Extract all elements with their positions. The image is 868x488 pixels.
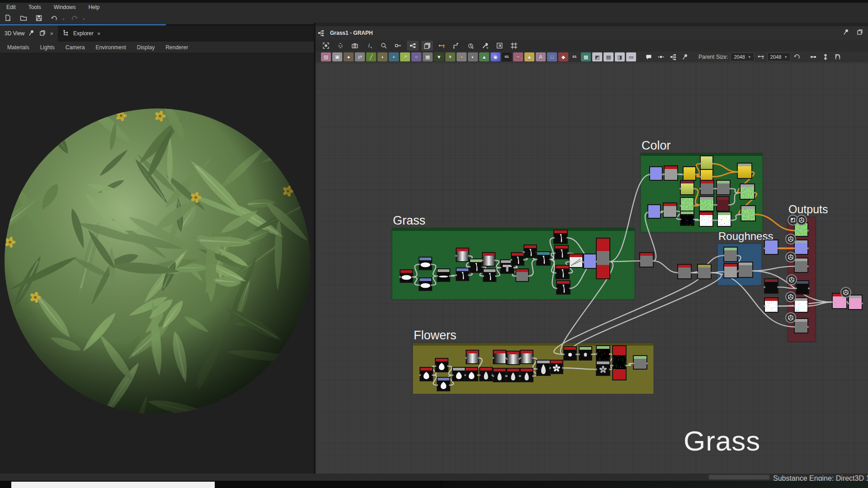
connector-icon[interactable]: [450, 41, 462, 51]
node-f11[interactable]: [506, 368, 520, 382]
node-tile-gradient-map[interactable]: ◐: [468, 52, 478, 61]
node-g14[interactable]: [536, 252, 551, 265]
node-g9[interactable]: [482, 269, 497, 282]
view-menu-lights[interactable]: Lights: [40, 44, 55, 51]
pin-icon[interactable]: [843, 28, 850, 38]
graph-canvas[interactable]: Grass Flowers Color Roughness Outputs Gr…: [316, 62, 868, 474]
node-tile-svg[interactable]: ▣: [332, 52, 342, 61]
node-f1[interactable]: [419, 367, 434, 381]
node-tile-height-blend[interactable]: ▼: [434, 52, 444, 61]
node-b1[interactable]: [639, 253, 654, 267]
zoom-icon[interactable]: [378, 41, 390, 51]
node-f18[interactable]: [595, 346, 611, 360]
timer-icon[interactable]: [465, 41, 476, 51]
node-o3[interactable]: [793, 258, 809, 272]
new-file-icon[interactable]: [3, 13, 14, 23]
node-g7[interactable]: [469, 259, 483, 272]
node-f2[interactable]: [434, 358, 449, 372]
plugs-icon[interactable]: [820, 52, 831, 62]
close-icon[interactable]: ×: [97, 30, 101, 37]
tab-3d-view[interactable]: 3D View×: [0, 25, 58, 42]
node-tile-slope-blur[interactable]: ◗: [377, 52, 387, 61]
node-c4[interactable]: [699, 156, 714, 169]
node-tile-histogram-scan[interactable]: ▲: [479, 52, 489, 61]
node-f21[interactable]: [632, 356, 648, 369]
node-f20[interactable]: [612, 346, 627, 380]
node-f15[interactable]: [549, 360, 564, 374]
view-menu-display[interactable]: Display: [137, 44, 155, 51]
redo-icon[interactable]: [69, 13, 80, 23]
node-f3[interactable]: [436, 377, 451, 391]
node-g4[interactable]: [436, 269, 451, 282]
save-icon[interactable]: [33, 13, 44, 23]
node-o6[interactable]: [793, 319, 809, 333]
undo-dropdown-caret[interactable]: ˅: [64, 14, 65, 22]
node-r1[interactable]: [723, 247, 738, 262]
node-g11[interactable]: [510, 253, 525, 265]
node-g13[interactable]: [523, 245, 538, 258]
menu-windows[interactable]: Windows: [54, 4, 76, 10]
node-m2[interactable]: [764, 298, 779, 312]
menu-tools[interactable]: Tools: [28, 4, 41, 10]
float-icon[interactable]: [856, 28, 863, 38]
view-menu-renderer[interactable]: Renderer: [165, 44, 188, 51]
node-f7[interactable]: [479, 367, 493, 381]
node-g2[interactable]: [418, 257, 433, 270]
node-tile-rectangle-select[interactable]: □: [547, 52, 557, 61]
node-o2[interactable]: [793, 240, 809, 254]
node-g5[interactable]: [455, 268, 470, 281]
node-tile-normal[interactable]: ◉: [491, 52, 500, 61]
node-r3[interactable]: [737, 262, 754, 277]
node-tile-bitmap[interactable]: ▨: [321, 52, 331, 61]
node-tile-curve[interactable]: ╱: [366, 52, 376, 61]
node-p2[interactable]: [848, 295, 863, 310]
node-c3[interactable]: [682, 167, 697, 180]
node-tile-blend[interactable]: ●: [344, 52, 354, 61]
open-folder-icon[interactable]: [18, 13, 29, 23]
3d-viewport[interactable]: [0, 53, 316, 474]
node-f12[interactable]: [519, 350, 534, 364]
node-f14[interactable]: [536, 360, 551, 375]
node-g21[interactable]: [595, 238, 611, 279]
node-c16[interactable]: [717, 212, 732, 226]
node-c12[interactable]: [647, 205, 661, 218]
view-menu-environment[interactable]: Environment: [95, 44, 126, 51]
graph-view-icon[interactable]: [407, 41, 419, 51]
node-c18[interactable]: [739, 184, 755, 199]
frame-select-icon[interactable]: [320, 41, 332, 51]
node-c8[interactable]: [716, 180, 731, 195]
parent-width-dropdown[interactable]: 2048▼: [731, 52, 754, 61]
node-tile-flood-fill[interactable]: ◆: [558, 52, 568, 61]
node-f13[interactable]: [519, 368, 534, 382]
node-tile-tile-sampler[interactable]: ▩: [581, 52, 591, 61]
tab-explorer[interactable]: Explorer×: [58, 25, 105, 42]
node-tile-transformation[interactable]: +: [389, 52, 399, 61]
node-tile-fx-map-2[interactable]: ▤: [604, 52, 613, 61]
node-tile-dot-link[interactable]: ●: [457, 52, 467, 61]
node-g19[interactable]: [568, 254, 584, 267]
menu-edit[interactable]: Edit: [6, 4, 16, 10]
filter-view-icon[interactable]: [494, 41, 505, 51]
node-tile-spline[interactable]: ~: [513, 52, 523, 61]
wrench-icon[interactable]: [479, 41, 491, 51]
node-tile-binary-noise[interactable]: 01: [502, 52, 512, 61]
node-g8[interactable]: [481, 253, 496, 266]
close-icon[interactable]: ×: [50, 30, 53, 37]
node-c9[interactable]: [679, 197, 695, 212]
comment-icon[interactable]: [643, 52, 654, 62]
parent-height-dropdown[interactable]: 2048▼: [767, 52, 791, 61]
plug-icon[interactable]: [808, 52, 819, 62]
node-tile-channel-shuffle[interactable]: ⇄: [355, 52, 365, 61]
node-f4[interactable]: [452, 367, 466, 381]
node-f10[interactable]: [506, 351, 520, 365]
node-c13[interactable]: [662, 203, 678, 217]
menu-help[interactable]: Help: [88, 4, 99, 10]
node-b2[interactable]: [677, 264, 692, 279]
node-m1[interactable]: [764, 279, 779, 293]
undo-icon[interactable]: [49, 13, 60, 23]
node-c19[interactable]: [740, 206, 756, 221]
node-g12[interactable]: [515, 269, 529, 282]
node-c14[interactable]: [679, 211, 695, 225]
node-tile-shape[interactable]: ○: [411, 52, 421, 61]
node-tile-text[interactable]: A: [536, 52, 546, 61]
